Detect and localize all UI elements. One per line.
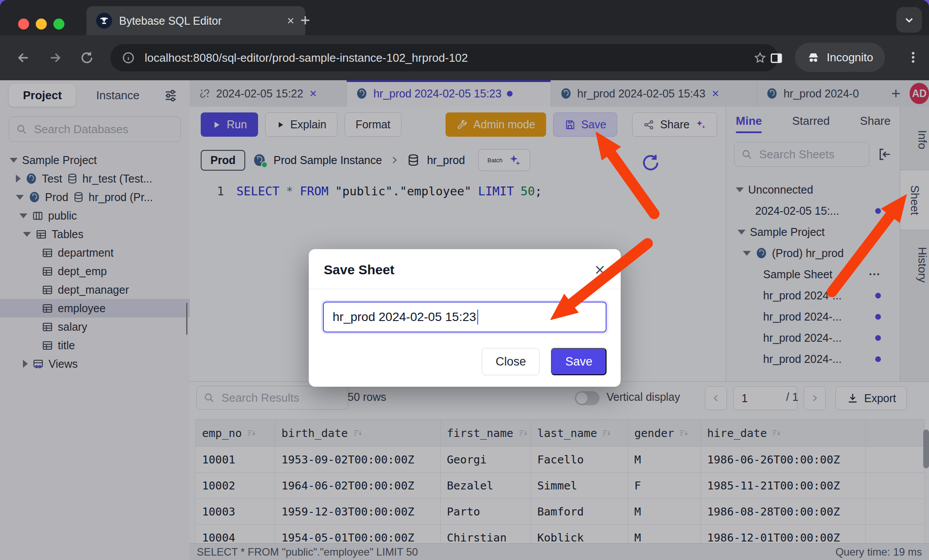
window-close-button[interactable]	[18, 19, 29, 30]
reload-icon[interactable]	[79, 50, 94, 65]
url-text: localhost:8080/sql-editor/prod-sample-in…	[145, 51, 468, 65]
save-sheet-dialog: Save Sheet hr_prod 2024-02-05 15:23 Clos…	[309, 249, 621, 387]
sheet-name-input[interactable]: hr_prod 2024-02-05 15:23	[323, 302, 607, 332]
back-icon[interactable]	[16, 50, 31, 65]
screen: Bytebase SQL Editor	[0, 0, 929, 560]
browser-url-row: localhost:8080/sql-editor/prod-sample-in…	[0, 35, 929, 80]
bytebase-favicon-icon	[96, 13, 112, 29]
tab-search-button[interactable]	[896, 7, 922, 33]
forward-icon[interactable]	[48, 50, 63, 65]
site-info-icon[interactable]	[122, 51, 135, 64]
window-minimize-button[interactable]	[36, 19, 47, 30]
sheet-name-value: hr_prod 2024-02-05 15:23	[333, 310, 476, 324]
incognito-badge: Incognito	[795, 43, 885, 72]
window-zoom-button[interactable]	[53, 19, 64, 30]
address-bar[interactable]: localhost:8080/sql-editor/prod-sample-in…	[110, 44, 778, 71]
browser-chrome: Bytebase SQL Editor	[0, 0, 929, 80]
browser-menu-icon[interactable]	[906, 50, 920, 64]
dialog-save-button[interactable]: Save	[551, 348, 607, 375]
browser-tab-title: Bytebase SQL Editor	[119, 15, 279, 27]
side-panel-icon[interactable]	[769, 51, 783, 65]
dialog-close-icon[interactable]	[593, 263, 607, 276]
new-browser-tab-icon[interactable]	[298, 13, 312, 27]
incognito-label: Incognito	[827, 51, 873, 64]
browser-tab-close-icon[interactable]	[286, 16, 296, 26]
bookmark-star-icon[interactable]	[753, 51, 767, 64]
dialog-title: Save Sheet	[324, 262, 394, 277]
incognito-icon	[806, 50, 820, 64]
dialog-close-button[interactable]: Close	[482, 348, 539, 375]
browser-tab[interactable]: Bytebase SQL Editor	[86, 6, 305, 35]
text-cursor	[477, 310, 478, 325]
